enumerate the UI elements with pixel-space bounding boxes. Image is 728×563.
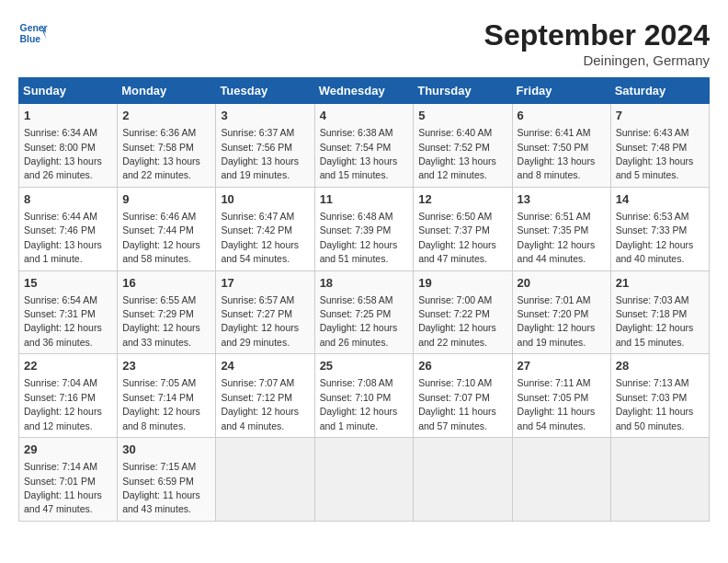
weekday-header: Monday: [118, 78, 216, 104]
day-info: Sunrise: 7:14 AM Sunset: 7:01 PM Dayligh…: [24, 461, 102, 514]
day-number: 10: [221, 191, 309, 208]
day-info: Sunrise: 6:38 AM Sunset: 7:54 PM Dayligh…: [320, 127, 398, 180]
calendar-day-cell: 22Sunrise: 7:04 AM Sunset: 7:16 PM Dayli…: [19, 354, 118, 438]
day-number: 4: [320, 108, 409, 124]
day-number: 27: [518, 358, 606, 374]
calendar-day-cell: 9Sunrise: 6:46 AM Sunset: 7:44 PM Daylig…: [118, 187, 216, 270]
location: Deiningen, Germany: [484, 52, 710, 68]
calendar-day-cell: 1Sunrise: 6:34 AM Sunset: 8:00 PM Daylig…: [19, 104, 118, 188]
calendar-day-cell: 12Sunrise: 6:50 AM Sunset: 7:37 PM Dayli…: [414, 187, 512, 270]
calendar-day-cell: 15Sunrise: 6:54 AM Sunset: 7:31 PM Dayli…: [19, 270, 118, 354]
logo: General Blue: [18, 18, 48, 48]
svg-text:Blue: Blue: [20, 34, 41, 44]
calendar-day-cell: [216, 438, 314, 522]
calendar-week-row: 29Sunrise: 7:14 AM Sunset: 7:01 PM Dayli…: [19, 438, 710, 522]
calendar-day-cell: 18Sunrise: 6:58 AM Sunset: 7:25 PM Dayli…: [314, 270, 414, 354]
calendar-day-cell: [610, 438, 709, 522]
day-number: 25: [320, 358, 409, 374]
day-info: Sunrise: 7:00 AM Sunset: 7:22 PM Dayligh…: [418, 294, 496, 348]
calendar-week-row: 22Sunrise: 7:04 AM Sunset: 7:16 PM Dayli…: [19, 354, 710, 438]
day-info: Sunrise: 7:05 AM Sunset: 7:14 PM Dayligh…: [122, 377, 200, 431]
calendar-day-cell: 7Sunrise: 6:43 AM Sunset: 7:48 PM Daylig…: [610, 104, 709, 188]
calendar-day-cell: 30Sunrise: 7:15 AM Sunset: 6:59 PM Dayli…: [118, 438, 216, 522]
day-number: 17: [221, 275, 309, 292]
calendar-day-cell: 16Sunrise: 6:55 AM Sunset: 7:29 PM Dayli…: [118, 270, 216, 354]
day-number: 8: [24, 191, 112, 208]
calendar-day-cell: [512, 438, 610, 522]
calendar-day-cell: 14Sunrise: 6:53 AM Sunset: 7:33 PM Dayli…: [610, 187, 709, 270]
calendar-day-cell: 4Sunrise: 6:38 AM Sunset: 7:54 PM Daylig…: [314, 104, 414, 188]
day-number: 22: [24, 358, 112, 374]
day-info: Sunrise: 6:34 AM Sunset: 8:00 PM Dayligh…: [24, 127, 102, 180]
day-number: 5: [418, 108, 506, 124]
day-info: Sunrise: 6:47 AM Sunset: 7:42 PM Dayligh…: [221, 211, 299, 264]
calendar-day-cell: 11Sunrise: 6:48 AM Sunset: 7:39 PM Dayli…: [314, 187, 414, 270]
day-info: Sunrise: 6:43 AM Sunset: 7:48 PM Dayligh…: [616, 127, 694, 180]
calendar-week-row: 1Sunrise: 6:34 AM Sunset: 8:00 PM Daylig…: [19, 104, 710, 188]
day-info: Sunrise: 6:58 AM Sunset: 7:25 PM Dayligh…: [320, 294, 398, 348]
day-number: 13: [518, 191, 606, 208]
day-number: 20: [518, 275, 606, 292]
day-number: 11: [320, 191, 409, 208]
day-number: 28: [616, 358, 704, 374]
calendar-day-cell: 26Sunrise: 7:10 AM Sunset: 7:07 PM Dayli…: [414, 354, 512, 438]
title-area: September 2024 Deiningen, Germany: [484, 18, 710, 68]
day-number: 14: [616, 191, 704, 208]
calendar-day-cell: 5Sunrise: 6:40 AM Sunset: 7:52 PM Daylig…: [414, 104, 512, 188]
page-header: General Blue September 2024 Deiningen, G…: [18, 18, 710, 68]
day-number: 6: [518, 108, 606, 124]
day-info: Sunrise: 7:03 AM Sunset: 7:18 PM Dayligh…: [616, 294, 694, 348]
calendar-day-cell: 6Sunrise: 6:41 AM Sunset: 7:50 PM Daylig…: [512, 104, 610, 188]
calendar-day-cell: 20Sunrise: 7:01 AM Sunset: 7:20 PM Dayli…: [512, 270, 610, 354]
month-title: September 2024: [484, 18, 710, 52]
day-number: 3: [221, 108, 309, 124]
calendar-day-cell: 8Sunrise: 6:44 AM Sunset: 7:46 PM Daylig…: [19, 187, 118, 270]
calendar-day-cell: 29Sunrise: 7:14 AM Sunset: 7:01 PM Dayli…: [19, 438, 118, 522]
calendar-day-cell: 21Sunrise: 7:03 AM Sunset: 7:18 PM Dayli…: [610, 270, 709, 354]
day-info: Sunrise: 6:55 AM Sunset: 7:29 PM Dayligh…: [122, 294, 200, 348]
day-info: Sunrise: 6:36 AM Sunset: 7:58 PM Dayligh…: [122, 127, 200, 180]
day-number: 12: [418, 191, 506, 208]
weekday-header: Sunday: [19, 78, 118, 104]
day-info: Sunrise: 7:04 AM Sunset: 7:16 PM Dayligh…: [24, 377, 102, 431]
calendar-day-cell: [414, 438, 512, 522]
calendar-day-cell: 23Sunrise: 7:05 AM Sunset: 7:14 PM Dayli…: [118, 354, 216, 438]
day-number: 24: [221, 358, 309, 374]
weekday-header: Friday: [512, 78, 610, 104]
day-number: 26: [418, 358, 506, 374]
calendar-day-cell: 3Sunrise: 6:37 AM Sunset: 7:56 PM Daylig…: [216, 104, 314, 188]
day-info: Sunrise: 7:13 AM Sunset: 7:03 PM Dayligh…: [616, 377, 694, 431]
day-number: 7: [616, 108, 704, 124]
calendar-day-cell: 25Sunrise: 7:08 AM Sunset: 7:10 PM Dayli…: [314, 354, 414, 438]
day-number: 18: [320, 275, 409, 292]
day-number: 15: [24, 275, 112, 292]
calendar-day-cell: [314, 438, 414, 522]
day-number: 21: [616, 275, 704, 292]
day-info: Sunrise: 7:15 AM Sunset: 6:59 PM Dayligh…: [122, 461, 200, 514]
day-number: 29: [24, 442, 112, 458]
day-info: Sunrise: 6:57 AM Sunset: 7:27 PM Dayligh…: [221, 294, 299, 348]
day-info: Sunrise: 7:11 AM Sunset: 7:05 PM Dayligh…: [518, 377, 596, 431]
day-info: Sunrise: 6:44 AM Sunset: 7:46 PM Dayligh…: [24, 211, 102, 264]
calendar-day-cell: 13Sunrise: 6:51 AM Sunset: 7:35 PM Dayli…: [512, 187, 610, 270]
day-info: Sunrise: 6:48 AM Sunset: 7:39 PM Dayligh…: [320, 211, 398, 264]
day-info: Sunrise: 7:07 AM Sunset: 7:12 PM Dayligh…: [221, 377, 299, 431]
day-number: 2: [122, 108, 210, 124]
day-info: Sunrise: 6:37 AM Sunset: 7:56 PM Dayligh…: [221, 127, 299, 180]
header-row: SundayMondayTuesdayWednesdayThursdayFrid…: [19, 78, 710, 104]
day-info: Sunrise: 6:54 AM Sunset: 7:31 PM Dayligh…: [24, 294, 102, 348]
day-info: Sunrise: 6:53 AM Sunset: 7:33 PM Dayligh…: [616, 211, 694, 264]
day-number: 30: [122, 442, 210, 458]
weekday-header: Saturday: [610, 78, 709, 104]
day-number: 19: [418, 275, 506, 292]
day-info: Sunrise: 6:50 AM Sunset: 7:37 PM Dayligh…: [418, 211, 496, 264]
calendar-day-cell: 27Sunrise: 7:11 AM Sunset: 7:05 PM Dayli…: [512, 354, 610, 438]
day-info: Sunrise: 6:51 AM Sunset: 7:35 PM Dayligh…: [518, 211, 596, 264]
calendar-day-cell: 2Sunrise: 6:36 AM Sunset: 7:58 PM Daylig…: [118, 104, 216, 188]
day-info: Sunrise: 6:40 AM Sunset: 7:52 PM Dayligh…: [418, 127, 496, 180]
weekday-header: Tuesday: [216, 78, 314, 104]
weekday-header: Thursday: [414, 78, 512, 104]
day-info: Sunrise: 6:46 AM Sunset: 7:44 PM Dayligh…: [122, 211, 200, 264]
day-info: Sunrise: 6:41 AM Sunset: 7:50 PM Dayligh…: [518, 127, 596, 180]
logo-icon: General Blue: [18, 18, 48, 48]
